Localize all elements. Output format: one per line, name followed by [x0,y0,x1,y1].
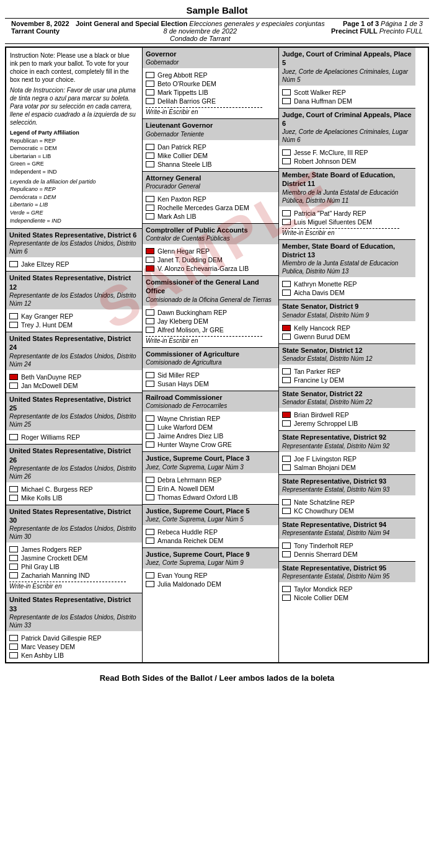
checkbox-tony-tinderholt[interactable] [282,542,291,549]
candidate-jake-ellzey[interactable]: Jake Ellzey REP [9,260,139,268]
candidate-rochelle-garza[interactable]: Rochelle Mercedes Garza DEM [146,204,275,211]
candidate-alonzo-echevarria[interactable]: V. Alonzo Echevarria-Garza LIB [146,265,275,272]
candidate-julia-maldonado[interactable]: Julia Maldonado DEM [146,580,275,588]
checkbox-jay-kleberg[interactable] [146,318,154,324]
checkbox-mike-collier[interactable] [146,153,154,159]
candidate-ken-paxton[interactable]: Ken Paxton REP [146,195,275,203]
checkbox-scott-walker[interactable] [282,89,291,95]
checkbox-taylor-mondick[interactable] [282,586,291,592]
candidate-ken-ashby[interactable]: Ken Ashby LIB [9,652,139,659]
candidate-tan-parker[interactable]: Tan Parker REP [282,368,412,375]
checkbox-jeremy-schroppel[interactable] [282,420,291,427]
checkbox-luis-sifuentes[interactable] [282,219,291,225]
candidate-patrick-gillespie[interactable]: Patrick David Gillespie REP [9,634,139,642]
candidate-debra-lehrmann[interactable]: Debra Lehrmann REP [146,476,275,484]
checkbox-shanna-steele[interactable] [146,161,154,167]
checkbox-dennis-sherrard[interactable] [282,551,291,557]
checkbox-kelly-hancock[interactable] [282,325,291,331]
candidate-marc-veasey[interactable]: Marc Veasey DEM [9,643,139,650]
checkbox-dana-huffman[interactable] [282,98,291,104]
candidate-michael-burgess[interactable]: Michael C. Burgess REP [9,485,139,493]
checkbox-jake-ellzey[interactable] [9,261,18,267]
checkbox-amanda-reichek[interactable] [146,538,154,544]
checkbox-rebeca-huddle[interactable] [146,529,154,535]
candidate-kay-granger[interactable]: Kay Granger REP [9,312,139,320]
candidate-rebeca-huddle[interactable]: Rebeca Huddle REP [146,528,275,536]
checkbox-francine-ly[interactable] [282,377,291,383]
candidate-evan-young[interactable]: Evan Young REP [146,572,275,579]
checkbox-trey-hunt[interactable] [9,322,18,328]
checkbox-susan-hays[interactable] [146,381,154,387]
candidate-shanna-steele[interactable]: Shanna Steele LIB [146,161,275,168]
checkbox-nicole-collier[interactable] [282,595,291,601]
candidate-erin-nowell[interactable]: Erin A. Nowell DEM [146,485,275,492]
checkbox-jaime-diez[interactable] [146,433,154,439]
checkbox-kathryn-monette[interactable] [282,281,291,287]
checkbox-joe-livingston[interactable] [282,456,291,462]
candidate-wayne-christian[interactable]: Wayne Christian REP [146,415,275,422]
candidate-beth-vanduyne[interactable]: Beth VanDuyne REP [9,373,139,381]
candidate-mark-tippetts[interactable]: Mark Tippetts LIB [146,89,275,96]
candidate-robert-johnson[interactable]: Robert Johnson DEM [282,157,412,165]
checkbox-evan-young[interactable] [146,572,154,578]
checkbox-gwenn-burud[interactable] [282,334,291,340]
candidate-scott-walker[interactable]: Scott Walker REP [282,89,412,96]
checkbox-ken-ashby[interactable] [9,652,18,658]
candidate-jaime-diez[interactable]: Jaime Andres Diez LIB [146,432,275,440]
checkbox-salman-bhojani[interactable] [282,464,291,471]
checkbox-nate-schatzline[interactable] [282,499,291,505]
candidate-james-rodgers[interactable]: James Rodgers REP [9,546,139,553]
candidate-hunter-crow[interactable]: Hunter Wayne Crow GRE [146,441,275,448]
candidate-alfred-molison[interactable]: Alfred Molison, Jr GRE [146,326,275,334]
candidate-dan-patrick[interactable]: Dan Patrick REP [146,143,275,151]
checkbox-luke-warford[interactable] [146,424,154,430]
candidate-thomas-oxford[interactable]: Thomas Edward Oxford LIB [146,494,275,501]
candidate-mike-collier[interactable]: Mike Collier DEM [146,152,275,159]
checkbox-wayne-christian[interactable] [146,415,154,422]
candidate-kelly-hancock[interactable]: Kelly Hancock REP [282,324,412,332]
checkbox-kay-granger[interactable] [9,313,18,319]
checkbox-dawn-buckingham[interactable] [146,309,154,316]
checkbox-erin-nowell[interactable] [146,485,154,492]
candidate-trey-hunt[interactable]: Trey J. Hunt DEM [9,321,139,329]
candidate-jay-kleberg[interactable]: Jay Kleberg DEM [146,317,275,325]
candidate-jesse-mcclure[interactable]: Jesse F. McClure, III REP [282,149,412,156]
candidate-dennis-sherrard[interactable]: Dennis Sherrard DEM [282,551,412,558]
candidate-susan-hays[interactable]: Susan Hays DEM [146,380,275,388]
checkbox-james-rodgers[interactable] [9,546,18,552]
candidate-salman-bhojani[interactable]: Salman Bhojani DEM [282,464,412,471]
candidate-dawn-buckingham[interactable]: Dawn Buckingham REP [146,309,275,316]
candidate-sid-miller[interactable]: Sid Miller REP [146,371,275,379]
checkbox-phil-gray[interactable] [9,564,18,570]
checkbox-greg-abbott[interactable] [146,72,154,78]
checkbox-tan-parker[interactable] [282,368,291,374]
candidate-roger-williams[interactable]: Roger Williams REP [9,433,139,441]
candidate-jasmine-crockett[interactable]: Jasmine Crockett DEM [9,554,139,562]
checkbox-debra-lehrmann[interactable] [146,477,154,483]
candidate-zachariah-manning[interactable]: Zachariah Manning IND [9,572,139,579]
candidate-mark-ash[interactable]: Mark Ash LIB [146,213,275,220]
checkbox-rochelle-garza[interactable] [146,205,154,211]
checkbox-janet-dudding[interactable] [146,257,154,263]
checkbox-ken-paxton[interactable] [146,196,154,202]
candidate-aicha-davis[interactable]: Aicha Davis DEM [282,289,412,296]
checkbox-robert-johnson[interactable] [282,158,291,164]
candidate-francine-ly[interactable]: Francine Ly DEM [282,376,412,384]
checkbox-kc-chowdhury[interactable] [282,508,291,514]
checkbox-michael-burgess[interactable] [9,486,18,492]
candidate-kc-chowdhury[interactable]: KC Chowdhury DEM [282,507,412,515]
checkbox-mark-ash[interactable] [146,213,154,219]
checkbox-marc-veasey[interactable] [9,644,18,650]
candidate-greg-abbott[interactable]: Greg Abbott REP [146,71,275,79]
candidate-janet-dudding[interactable]: Janet T. Dudding DEM [146,256,275,264]
checkbox-dan-patrick[interactable] [146,144,154,150]
checkbox-brian-birdwell[interactable] [282,412,291,418]
checkbox-mike-kolls[interactable] [9,495,18,501]
candidate-nicole-collier[interactable]: Nicole Collier DEM [282,594,412,601]
candidate-luke-warford[interactable]: Luke Warford DEM [146,423,275,431]
checkbox-alfred-molison[interactable] [146,327,154,333]
candidate-amanda-reichek[interactable]: Amanda Reichek DEM [146,537,275,544]
checkbox-hunter-crow[interactable] [146,441,154,448]
checkbox-glenn-hegar[interactable] [146,248,154,254]
checkbox-beto-orourke[interactable] [146,81,154,87]
